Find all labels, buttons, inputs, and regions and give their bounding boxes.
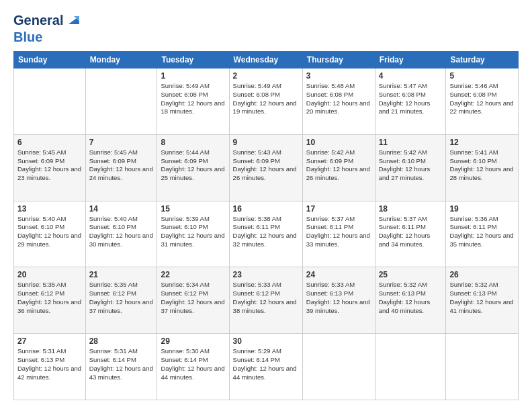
logo-icon <box>64 11 83 30</box>
daylight-text: Daylight: 12 hours and 41 minutes. <box>449 298 515 316</box>
day-number: 24 <box>306 270 371 279</box>
day-number: 30 <box>233 336 299 346</box>
calendar-cell: 29Sunrise: 5:30 AMSunset: 6:14 PMDayligh… <box>157 334 229 400</box>
sunset-text: Sunset: 6:08 PM <box>306 91 371 99</box>
cell-content: Sunrise: 5:32 AMSunset: 6:13 PMDaylight:… <box>449 281 515 315</box>
sunrise-text: Sunrise: 5:35 AM <box>17 281 82 289</box>
calendar-cell <box>446 334 519 400</box>
sunrise-text: Sunrise: 5:31 AM <box>17 347 82 356</box>
sunrise-text: Sunrise: 5:49 AM <box>233 82 299 91</box>
cell-content: Sunrise: 5:35 AMSunset: 6:12 PMDaylight:… <box>17 281 82 315</box>
daylight-text: Daylight: 12 hours and 42 minutes. <box>17 365 82 382</box>
sunset-text: Sunset: 6:08 PM <box>379 91 443 99</box>
day-number: 4 <box>379 71 443 81</box>
day-number: 2 <box>233 71 299 81</box>
day-number: 26 <box>449 270 515 279</box>
cell-content: Sunrise: 5:48 AMSunset: 6:08 PMDaylight:… <box>306 82 371 116</box>
daylight-text: Daylight: 12 hours and 27 minutes. <box>379 165 443 183</box>
calendar-cell: 18Sunrise: 5:37 AMSunset: 6:11 PMDayligh… <box>375 201 446 267</box>
cell-content: Sunrise: 5:31 AMSunset: 6:14 PMDaylight:… <box>89 347 154 381</box>
daylight-text: Daylight: 12 hours and 28 minutes. <box>449 165 515 183</box>
day-number: 16 <box>233 204 299 214</box>
sunrise-text: Sunrise: 5:36 AM <box>449 215 515 224</box>
sunset-text: Sunset: 6:09 PM <box>161 157 225 166</box>
sunset-text: Sunset: 6:10 PM <box>161 223 225 232</box>
sunrise-text: Sunrise: 5:29 AM <box>233 347 299 356</box>
sunrise-text: Sunrise: 5:37 AM <box>379 215 443 224</box>
daylight-text: Daylight: 12 hours and 20 minutes. <box>306 99 371 117</box>
calendar-cell: 7Sunrise: 5:45 AMSunset: 6:09 PMDaylight… <box>85 134 157 201</box>
daylight-text: Daylight: 12 hours and 32 minutes. <box>233 232 299 249</box>
calendar-day-header: Wednesday <box>229 52 302 68</box>
calendar-cell: 19Sunrise: 5:36 AMSunset: 6:11 PMDayligh… <box>446 201 519 267</box>
day-number: 7 <box>89 138 154 147</box>
calendar-cell: 27Sunrise: 5:31 AMSunset: 6:13 PMDayligh… <box>14 334 86 400</box>
calendar-cell: 4Sunrise: 5:47 AMSunset: 6:08 PMDaylight… <box>375 68 446 135</box>
sunrise-text: Sunrise: 5:42 AM <box>379 148 443 157</box>
cell-content: Sunrise: 5:45 AMSunset: 6:09 PMDaylight:… <box>17 148 82 183</box>
day-number: 21 <box>89 270 154 279</box>
day-number: 18 <box>379 204 443 214</box>
calendar-cell: 28Sunrise: 5:31 AMSunset: 6:14 PMDayligh… <box>85 334 157 400</box>
cell-content: Sunrise: 5:31 AMSunset: 6:13 PMDaylight:… <box>17 347 82 381</box>
calendar-day-header: Thursday <box>302 52 375 68</box>
daylight-text: Daylight: 12 hours and 23 minutes. <box>17 165 82 183</box>
cell-content: Sunrise: 5:32 AMSunset: 6:13 PMDaylight:… <box>379 281 443 315</box>
sunset-text: Sunset: 6:10 PM <box>89 223 154 232</box>
day-number: 27 <box>17 336 82 346</box>
daylight-text: Daylight: 12 hours and 21 minutes. <box>379 99 443 117</box>
sunset-text: Sunset: 6:11 PM <box>379 223 443 232</box>
cell-content: Sunrise: 5:33 AMSunset: 6:12 PMDaylight:… <box>233 281 299 315</box>
calendar-day-header: Tuesday <box>157 52 229 68</box>
sunset-text: Sunset: 6:08 PM <box>449 91 515 99</box>
daylight-text: Daylight: 12 hours and 38 minutes. <box>233 298 299 316</box>
cell-content: Sunrise: 5:49 AMSunset: 6:08 PMDaylight:… <box>161 82 225 116</box>
sunset-text: Sunset: 6:08 PM <box>233 91 299 99</box>
calendar-cell: 20Sunrise: 5:35 AMSunset: 6:12 PMDayligh… <box>14 267 86 334</box>
daylight-text: Daylight: 12 hours and 35 minutes. <box>449 232 515 249</box>
day-number: 29 <box>161 336 225 346</box>
day-number: 23 <box>233 270 299 279</box>
calendar-cell: 24Sunrise: 5:33 AMSunset: 6:13 PMDayligh… <box>302 267 375 334</box>
daylight-text: Daylight: 12 hours and 31 minutes. <box>161 232 225 249</box>
calendar-day-header: Sunday <box>14 52 86 68</box>
cell-content: Sunrise: 5:37 AMSunset: 6:11 PMDaylight:… <box>379 215 443 249</box>
sunset-text: Sunset: 6:12 PM <box>233 289 299 298</box>
calendar-cell: 2Sunrise: 5:49 AMSunset: 6:08 PMDaylight… <box>229 68 302 135</box>
calendar-cell: 10Sunrise: 5:42 AMSunset: 6:09 PMDayligh… <box>302 134 375 201</box>
sunset-text: Sunset: 6:10 PM <box>17 223 82 232</box>
sunset-text: Sunset: 6:09 PM <box>306 157 371 166</box>
daylight-text: Daylight: 12 hours and 26 minutes. <box>306 165 371 183</box>
cell-content: Sunrise: 5:33 AMSunset: 6:13 PMDaylight:… <box>306 281 371 315</box>
calendar-cell: 30Sunrise: 5:29 AMSunset: 6:14 PMDayligh… <box>229 334 302 400</box>
calendar-cell: 15Sunrise: 5:39 AMSunset: 6:10 PMDayligh… <box>157 201 229 267</box>
cell-content: Sunrise: 5:46 AMSunset: 6:08 PMDaylight:… <box>449 82 515 116</box>
sunset-text: Sunset: 6:08 PM <box>161 91 225 99</box>
calendar-cell: 8Sunrise: 5:44 AMSunset: 6:09 PMDaylight… <box>157 134 229 201</box>
day-number: 15 <box>161 204 225 214</box>
calendar-cell: 16Sunrise: 5:38 AMSunset: 6:11 PMDayligh… <box>229 201 302 267</box>
day-number: 13 <box>17 204 82 214</box>
calendar-cell <box>302 334 375 400</box>
daylight-text: Daylight: 12 hours and 29 minutes. <box>17 232 82 249</box>
calendar-week-row: 20Sunrise: 5:35 AMSunset: 6:12 PMDayligh… <box>14 267 519 334</box>
sunrise-text: Sunrise: 5:33 AM <box>306 281 371 289</box>
daylight-text: Daylight: 12 hours and 26 minutes. <box>233 165 299 183</box>
sunset-text: Sunset: 6:13 PM <box>379 289 443 298</box>
sunset-text: Sunset: 6:14 PM <box>89 356 154 365</box>
cell-content: Sunrise: 5:42 AMSunset: 6:09 PMDaylight:… <box>306 148 371 183</box>
sunrise-text: Sunrise: 5:31 AM <box>89 347 154 356</box>
sunrise-text: Sunrise: 5:48 AM <box>306 82 371 91</box>
daylight-text: Daylight: 12 hours and 30 minutes. <box>89 232 154 249</box>
daylight-text: Daylight: 12 hours and 37 minutes. <box>89 298 154 316</box>
daylight-text: Daylight: 12 hours and 43 minutes. <box>89 365 154 382</box>
sunset-text: Sunset: 6:13 PM <box>306 289 371 298</box>
daylight-text: Daylight: 12 hours and 19 minutes. <box>233 99 299 117</box>
sunrise-text: Sunrise: 5:39 AM <box>161 215 225 224</box>
calendar-week-row: 13Sunrise: 5:40 AMSunset: 6:10 PMDayligh… <box>14 201 519 267</box>
sunset-text: Sunset: 6:12 PM <box>89 289 154 298</box>
daylight-text: Daylight: 12 hours and 24 minutes. <box>89 165 154 183</box>
day-number: 17 <box>306 204 371 214</box>
cell-content: Sunrise: 5:39 AMSunset: 6:10 PMDaylight:… <box>161 215 225 249</box>
sunrise-text: Sunrise: 5:43 AM <box>233 148 299 157</box>
